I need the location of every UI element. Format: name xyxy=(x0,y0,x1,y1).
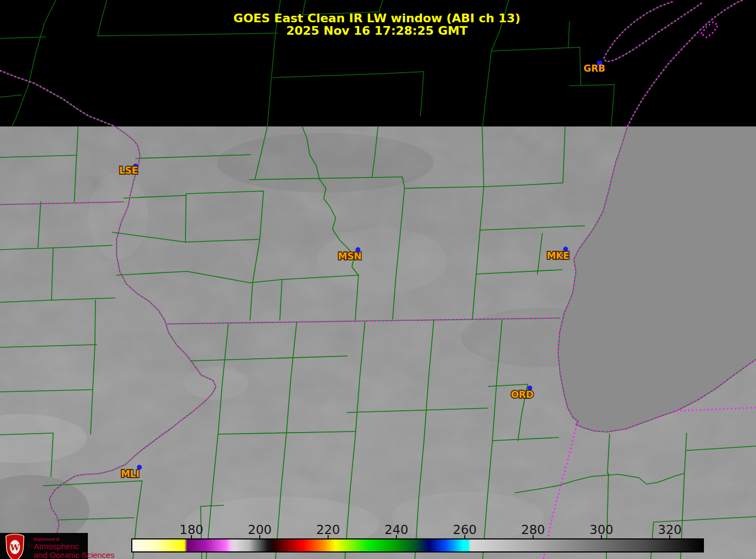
colorbar-tick-label: 220 xyxy=(316,523,340,537)
station-label: MSN xyxy=(338,251,361,262)
colorbar-tick-label: 240 xyxy=(385,523,408,537)
station-label: MLI xyxy=(121,468,139,479)
title-line1: GOES East Clean IR LW window (ABI ch 13) xyxy=(233,11,520,25)
logo-line1: Atmospheric xyxy=(34,542,79,551)
colorbar-tick-label: 200 xyxy=(248,523,272,537)
uw-crest-icon: W xyxy=(6,534,24,559)
satellite-image-viewport: GRB LSE MSN MKE ORD MLI GOES East Clean … xyxy=(0,0,756,559)
colorbar-tick-label: 280 xyxy=(521,523,545,537)
station-label: ORD xyxy=(511,389,534,400)
goes-ir-map: GRB LSE MSN MKE ORD MLI GOES East Clean … xyxy=(0,0,756,559)
logo-line2: and Oceanic Sciences xyxy=(34,550,114,559)
logo-dept-line: Department of xyxy=(34,537,60,542)
colorbar-tick-label: 320 xyxy=(658,523,682,537)
colorbar-tick-label: 180 xyxy=(180,523,203,537)
station-label: MKE xyxy=(547,250,569,261)
station-lse: LSE xyxy=(119,164,138,176)
colorbar-gradient xyxy=(132,539,703,552)
colorbar-tick-label: 260 xyxy=(453,523,477,537)
station-label: GRB xyxy=(584,63,605,74)
title-line2: 2025 Nov 16 17:28:25 GMT xyxy=(286,24,468,37)
station-label: LSE xyxy=(119,165,138,176)
station-grb: GRB xyxy=(584,61,605,74)
colorbar-tick-label: 300 xyxy=(590,523,613,537)
crest-letter: W xyxy=(10,543,20,552)
